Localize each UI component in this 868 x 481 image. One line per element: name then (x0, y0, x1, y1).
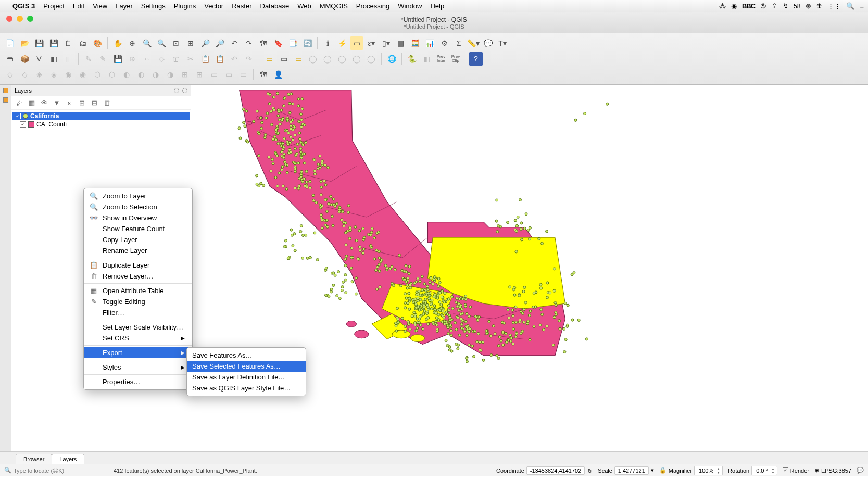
menu-item[interactable]: Export▶ (84, 347, 192, 358)
submenu-item[interactable]: Save Features As… (187, 350, 306, 361)
redo-button[interactable]: ↷ (242, 52, 256, 66)
new-geopackage-button[interactable]: 📦 (18, 52, 31, 66)
layer-visibility-checkbox[interactable]: ✓ (15, 113, 21, 119)
annotation-button[interactable]: T▾ (496, 36, 509, 50)
menu-item[interactable]: Properties… (84, 376, 192, 387)
new-shapefile-button[interactable]: V (32, 52, 46, 66)
layer-item-california[interactable]: ✓ California_ (12, 112, 190, 120)
zoom-next-button[interactable]: ↷ (242, 36, 256, 50)
save-layer-button[interactable]: 💾 (111, 52, 124, 66)
paste-button[interactable]: 📋 (213, 52, 227, 66)
menu-item[interactable]: Filter… (84, 307, 192, 318)
digitize-button[interactable]: ▭ (207, 68, 221, 81)
label-button[interactable]: ▭ (262, 52, 276, 66)
menu-settings[interactable]: Settings (141, 2, 166, 10)
zoom-out-button[interactable]: 🔍 (155, 36, 168, 50)
panel-float-icon[interactable] (174, 88, 179, 93)
style-manager-button[interactable]: 🎨 (91, 36, 104, 50)
run-feature-action-button[interactable]: ⚡ (335, 36, 349, 50)
digitize-button[interactable]: ◈ (47, 68, 60, 81)
layer-context-menu[interactable]: 🔍Zoom to Layer🔍Zoom to Selection👓Show in… (83, 188, 193, 390)
tab-browser[interactable]: Browser (16, 454, 52, 464)
app-name[interactable]: QGIS 3 (12, 2, 35, 10)
battery-icon[interactable]: ↯ (783, 2, 788, 10)
quickosm-button[interactable]: 🗺 (257, 68, 270, 81)
save-as-button[interactable]: 💾 (47, 36, 60, 50)
osm-button[interactable]: 👤 (271, 68, 285, 81)
tab-layers[interactable]: Layers (52, 454, 84, 464)
plugin-button[interactable]: ◧ (420, 52, 433, 66)
save-edits-button[interactable]: ✎ (96, 52, 110, 66)
prev-inter-button[interactable]: PrevInter (434, 52, 448, 66)
menu-item[interactable]: 🗑Remove Layer… (84, 271, 192, 282)
digitize-button[interactable]: ⊞ (193, 68, 206, 81)
digitize-button[interactable]: ◈ (32, 68, 46, 81)
pin-label-button[interactable]: ◯ (306, 52, 320, 66)
menu-item[interactable]: Styles▶ (84, 362, 192, 373)
zoom-layer-button[interactable]: 🔎 (213, 36, 227, 50)
zoom-last-button[interactable]: ↶ (228, 36, 241, 50)
rotation-spinbox[interactable]: 0.0 °▲▼ (751, 466, 777, 475)
menu-item[interactable]: 🔍Zoom to Selection (84, 201, 192, 212)
submenu-item[interactable]: Save Selected Features As… (187, 361, 306, 372)
change-label-button[interactable]: ◯ (364, 52, 378, 66)
show-label-button[interactable]: ◯ (321, 52, 334, 66)
new-project-button[interactable]: 📄 (3, 36, 17, 50)
digitize-button[interactable]: ⬡ (105, 68, 119, 81)
digitize-button[interactable]: ◇ (3, 68, 17, 81)
crs-value[interactable]: EPSG:3857 (821, 467, 851, 474)
toolbox-button[interactable]: ⚙ (437, 36, 451, 50)
new-print-layout-button[interactable]: 🗒 (61, 36, 75, 50)
help-button[interactable]: ? (469, 52, 483, 66)
open-attribute-table-button[interactable]: ▦ (394, 36, 407, 50)
map-tips-button[interactable]: 💬 (481, 36, 495, 50)
render-checkbox[interactable]: ✓ (783, 467, 788, 473)
zoom-selection-button[interactable]: 🔎 (198, 36, 212, 50)
expression-filter-icon[interactable]: ε (65, 98, 74, 108)
panel-close-icon[interactable] (182, 88, 187, 93)
menu-raster[interactable]: Raster (232, 2, 251, 10)
menu-item[interactable]: ▦Open Attribute Table (84, 285, 192, 296)
layer-item-counties[interactable]: ✓ CA_Counti (12, 120, 190, 129)
remove-layer-icon[interactable]: 🗑 (102, 98, 111, 108)
digitize-button[interactable]: ◑ (149, 68, 162, 81)
menu-edit[interactable]: Edit (73, 2, 84, 10)
python-console-button[interactable]: 🐍 (405, 52, 419, 66)
menu-item[interactable]: Copy Layer (84, 234, 192, 245)
menu-item[interactable]: ✎Toggle Editing (84, 296, 192, 307)
bluetooth-icon[interactable]: ⁜ (816, 2, 822, 10)
submenu-item[interactable]: Save as QGIS Layer Style File… (187, 383, 306, 394)
status-icon[interactable]: ◉ (731, 2, 737, 10)
digitize-button[interactable]: ⬡ (91, 68, 104, 81)
measure-button[interactable]: 📏▾ (467, 36, 480, 50)
wifi-icon[interactable]: ⋮⋮ (827, 2, 841, 10)
filter-legend-icon[interactable]: ▼ (52, 98, 61, 108)
digitize-button[interactable]: ⊞ (178, 68, 192, 81)
add-feature-button[interactable]: ⊕ (125, 52, 139, 66)
zoom-window-button[interactable] (27, 16, 33, 22)
visibility-icon[interactable]: 👁 (40, 98, 49, 108)
select-by-value-button[interactable]: ε▾ (364, 36, 378, 50)
submenu-item[interactable]: Save as Layer Definition File… (187, 372, 306, 383)
field-calculator-button[interactable]: 🧮 (408, 36, 422, 50)
menu-help[interactable]: Help (430, 2, 444, 10)
toggle-editing-button[interactable]: ✎ (82, 52, 95, 66)
save-project-button[interactable]: 💾 (32, 36, 46, 50)
export-submenu[interactable]: Save Features As…Save Selected Features … (186, 347, 306, 396)
refresh-button[interactable]: 🔄 (300, 36, 314, 50)
move-label-button[interactable]: ◯ (335, 52, 349, 66)
menu-database[interactable]: Database (260, 2, 290, 10)
style-icon[interactable]: 🖊 (15, 98, 24, 108)
status-icon[interactable]: ⑤ (760, 2, 766, 10)
menu-mmqgis[interactable]: MMQGIS (320, 2, 348, 10)
undo-button[interactable]: ↶ (228, 52, 241, 66)
metasearch-button[interactable]: 🌐 (385, 52, 398, 66)
digitize-button[interactable]: ▭ (236, 68, 250, 81)
open-project-button[interactable]: 📂 (18, 36, 31, 50)
menu-web[interactable]: Web (297, 2, 311, 10)
zoom-full-button[interactable]: ⊞ (184, 36, 197, 50)
select-features-button[interactable]: ▭ (350, 36, 363, 50)
menu-vector[interactable]: Vector (204, 2, 223, 10)
bbc-icon[interactable]: BBC (742, 2, 755, 10)
coordinate-value[interactable]: -13453824,4141702 (526, 466, 585, 475)
